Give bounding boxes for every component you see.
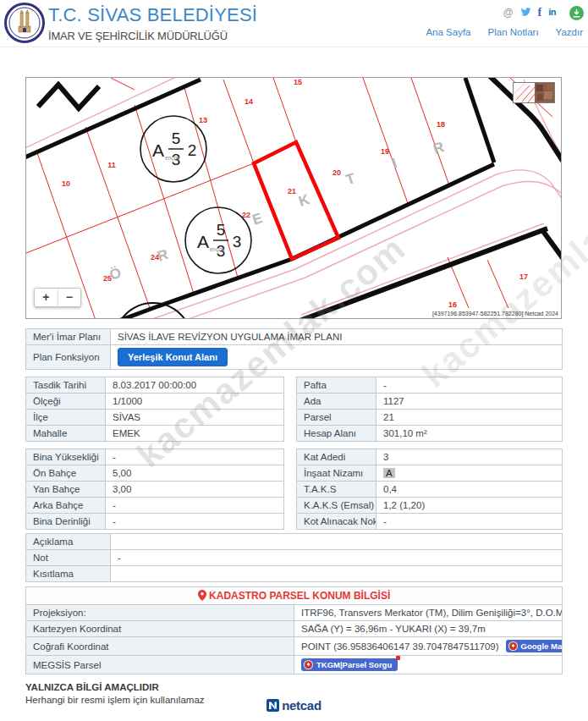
table-row: Ada1127 <box>297 394 563 410</box>
row-label: K.A.K.S (Emsal) <box>297 498 376 514</box>
row-label: Kot Alınacak Nokta <box>297 514 376 530</box>
map-pin-icon <box>508 641 518 651</box>
table-row: Yan Bahçe3,00 <box>26 482 284 498</box>
svg-text:ençok: ençok <box>165 155 180 162</box>
details-left-table: Tasdik Tarihi8.03.2017 00:00:00 Ölçeği1/… <box>25 377 284 442</box>
details-right-table: Pafta- Ada1127 Parsel21 Hesap Alanı301,1… <box>296 377 563 442</box>
content: 5 3 A ençok 2 5 3 A ençok <box>0 77 588 705</box>
row-label: Kartezyen Koordinat <box>26 621 294 637</box>
netcad-brand-name: netcad <box>282 698 321 713</box>
svg-text:18: 18 <box>437 120 445 129</box>
row-label: Bina Derinliği <box>26 514 106 530</box>
disclaimer-title: YALNIZCA BİLGİ AMAÇLIDIR <box>25 682 563 692</box>
setback-table: Bina Yüksekliği- Ön Bahçe5,00 Yan Bahçe3… <box>25 449 284 530</box>
plan-fonksiyon-button[interactable]: Yerleşik Konut Alanı <box>118 348 228 366</box>
row-value: 3,00 <box>106 482 284 498</box>
row-value: - <box>376 514 563 530</box>
row-label: Tasdik Tarihi <box>26 377 106 394</box>
twitter-icon[interactable] <box>520 8 531 17</box>
row-value: SAĞA (Y) = 36,96m - YUKARI (X) = 39,7m <box>294 621 563 637</box>
svg-text:3: 3 <box>233 233 242 250</box>
row-value: 3 <box>376 449 563 465</box>
at-icon[interactable]: @ <box>503 8 514 18</box>
row-label: Plan Fonksiyon <box>26 345 111 370</box>
page-subtitle: İMAR VE ŞEHİRCİLİK MÜDÜRLÜĞÜ <box>48 30 257 42</box>
row-value: - <box>106 449 284 465</box>
svg-text:19: 19 <box>381 147 389 156</box>
linkedin-icon[interactable]: in <box>548 8 556 17</box>
svg-text:A: A <box>152 140 164 160</box>
row-label: Parsel <box>297 410 376 426</box>
table-row: İlçeSİVAS <box>26 410 284 426</box>
nav-yazdir[interactable]: Yazdır <box>556 27 583 37</box>
svg-text:A: A <box>197 232 209 251</box>
row-label: Açıklama <box>26 534 111 550</box>
svg-text:5: 5 <box>172 129 181 147</box>
parcel-map[interactable]: 5 3 A ençok 2 5 3 A ençok <box>25 77 562 319</box>
title-block: T.C. SİVAS BELEDİYESİ İMAR VE ŞEHİRCİLİK… <box>48 4 257 42</box>
facebook-icon[interactable]: f <box>538 7 542 19</box>
row-label: Mahalle <box>26 426 106 442</box>
svg-text:I: I <box>390 155 398 172</box>
svg-text:21: 21 <box>288 187 296 195</box>
table-row: Ölçeği1/1000 <box>26 394 284 410</box>
zoning-annotation-1: 5 3 A ençok 2 <box>140 116 206 182</box>
row-label: Kısıtlama <box>26 566 111 582</box>
svg-text:17: 17 <box>519 272 528 281</box>
row-label: Not <box>26 550 111 566</box>
row-label: T.A.K.S <box>297 482 376 498</box>
google-maps-label: Google Maps <box>521 641 563 651</box>
page-title: T.C. SİVAS BELEDİYESİ <box>48 4 257 26</box>
tkgm-label: TKGM|Parsel Sorgu <box>316 660 392 669</box>
row-label: MEGSİS Parsel <box>26 656 294 674</box>
svg-text:T: T <box>343 170 357 188</box>
kadastro-table: KADASTRO PARSEL KONUM BİLGİSİ Projeksiyo… <box>25 586 563 674</box>
table-row: Parsel21 <box>297 410 563 426</box>
row-value: SİVAS <box>106 410 284 426</box>
row-value: 5,00 <box>106 465 284 482</box>
row-label: Kat Adedi <box>297 449 376 465</box>
row-value: SİVAS İLAVE REVİZYON UYGULAMA İMAR PLANI <box>111 329 563 345</box>
map-zoom-control: + − <box>34 288 81 307</box>
tkgm-parsel-sorgu-button[interactable]: TKGM|Parsel Sorgu <box>301 658 398 671</box>
table-row: Bina Derinliği- <box>26 514 284 530</box>
table-row: KADASTRO PARSEL KONUM BİLGİSİ <box>26 587 563 605</box>
row-value: - <box>376 377 563 394</box>
map-overview-inset[interactable] <box>514 83 555 103</box>
table-row: Bina Yüksekliği- <box>26 449 284 465</box>
row-value <box>111 566 563 582</box>
table-row: Ön Bahçe5,00 <box>26 465 284 482</box>
svg-text:E: E <box>250 210 265 228</box>
download-icon[interactable] <box>569 6 584 20</box>
zoom-in-button[interactable]: + <box>35 289 58 306</box>
table-row: Hesap Alanı301,10 m² <box>297 426 563 442</box>
row-value: 0,4 <box>376 482 563 498</box>
nav-plan-notlari[interactable]: Plan Notları <box>488 27 539 37</box>
row-label: Arka Bahçe <box>26 498 106 514</box>
row-label: Ada <box>297 394 376 410</box>
row-label: Pafta <box>297 377 376 394</box>
table-row: Coğrafi Koordinat POINT (36.95836406147 … <box>26 637 563 656</box>
svg-text:15: 15 <box>294 78 302 86</box>
header: T.C. SİVAS BELEDİYESİ İMAR VE ŞEHİRCİLİK… <box>0 0 588 47</box>
location-pin-icon <box>198 590 206 601</box>
table-row: Kot Alınacak Nokta- <box>297 514 563 530</box>
table-row: MahalleEMEK <box>26 426 284 442</box>
svg-text:R: R <box>156 246 171 265</box>
table-row: Açıklama <box>26 534 563 550</box>
row-label: İnşaat Nizamı <box>297 465 376 482</box>
kadastro-title: KADASTRO PARSEL KONUM BİLGİSİ <box>209 590 390 602</box>
social-links: @ f in <box>503 4 584 20</box>
row-value: EMEK <box>106 426 284 442</box>
row-label: Ölçeği <box>26 394 106 410</box>
row-label: Ön Bahçe <box>26 465 106 482</box>
table-row: T.A.K.S0,4 <box>297 482 563 498</box>
row-value: - <box>106 514 284 530</box>
google-maps-button[interactable]: Google Maps <box>506 640 563 652</box>
row-value: - <box>111 550 563 566</box>
row-value: 1,2 (1,20) <box>376 498 563 514</box>
nav-ana-sayfa[interactable]: Ana Sayfa <box>426 27 470 37</box>
zoom-out-button[interactable]: − <box>58 289 81 306</box>
details-row-1: Tasdik Tarihi8.03.2017 00:00:00 Ölçeği1/… <box>25 377 563 442</box>
row-value: 1/1000 <box>106 394 284 410</box>
